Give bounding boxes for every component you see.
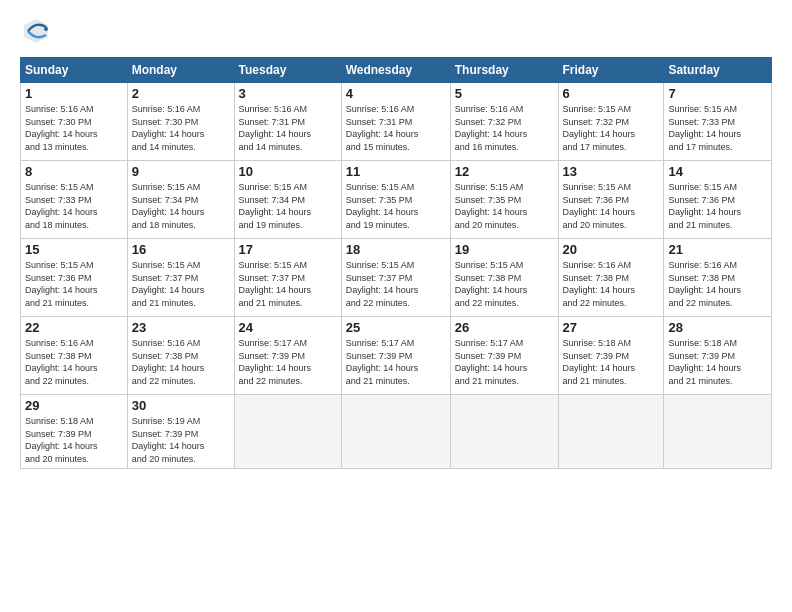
day-info: Sunrise: 5:15 AMSunset: 7:35 PMDaylight:…	[346, 181, 446, 231]
calendar-cell: 12Sunrise: 5:15 AMSunset: 7:35 PMDayligh…	[450, 161, 558, 239]
day-number: 10	[239, 164, 337, 179]
day-number: 13	[563, 164, 660, 179]
calendar-cell: 25Sunrise: 5:17 AMSunset: 7:39 PMDayligh…	[341, 317, 450, 395]
calendar-header-row: Sunday Monday Tuesday Wednesday Thursday…	[21, 58, 772, 83]
col-saturday: Saturday	[664, 58, 772, 83]
day-number: 12	[455, 164, 554, 179]
calendar-cell: 26Sunrise: 5:17 AMSunset: 7:39 PMDayligh…	[450, 317, 558, 395]
logo-icon	[20, 15, 52, 47]
day-number: 25	[346, 320, 446, 335]
day-info: Sunrise: 5:15 AMSunset: 7:36 PMDaylight:…	[563, 181, 660, 231]
col-sunday: Sunday	[21, 58, 128, 83]
col-wednesday: Wednesday	[341, 58, 450, 83]
calendar-cell: 1Sunrise: 5:16 AMSunset: 7:30 PMDaylight…	[21, 83, 128, 161]
calendar-cell: 4Sunrise: 5:16 AMSunset: 7:31 PMDaylight…	[341, 83, 450, 161]
calendar-cell: 22Sunrise: 5:16 AMSunset: 7:38 PMDayligh…	[21, 317, 128, 395]
day-info: Sunrise: 5:19 AMSunset: 7:39 PMDaylight:…	[132, 415, 230, 465]
calendar-cell: 7Sunrise: 5:15 AMSunset: 7:33 PMDaylight…	[664, 83, 772, 161]
day-number: 15	[25, 242, 123, 257]
day-info: Sunrise: 5:16 AMSunset: 7:31 PMDaylight:…	[239, 103, 337, 153]
calendar-cell: 29Sunrise: 5:18 AMSunset: 7:39 PMDayligh…	[21, 395, 128, 469]
day-info: Sunrise: 5:15 AMSunset: 7:37 PMDaylight:…	[132, 259, 230, 309]
calendar-cell: 11Sunrise: 5:15 AMSunset: 7:35 PMDayligh…	[341, 161, 450, 239]
calendar-cell: 10Sunrise: 5:15 AMSunset: 7:34 PMDayligh…	[234, 161, 341, 239]
calendar-cell: 20Sunrise: 5:16 AMSunset: 7:38 PMDayligh…	[558, 239, 664, 317]
calendar-cell: 3Sunrise: 5:16 AMSunset: 7:31 PMDaylight…	[234, 83, 341, 161]
col-monday: Monday	[127, 58, 234, 83]
day-info: Sunrise: 5:16 AMSunset: 7:38 PMDaylight:…	[563, 259, 660, 309]
day-number: 30	[132, 398, 230, 413]
day-number: 3	[239, 86, 337, 101]
day-info: Sunrise: 5:15 AMSunset: 7:32 PMDaylight:…	[563, 103, 660, 153]
calendar-cell: 19Sunrise: 5:15 AMSunset: 7:38 PMDayligh…	[450, 239, 558, 317]
calendar-cell: 2Sunrise: 5:16 AMSunset: 7:30 PMDaylight…	[127, 83, 234, 161]
calendar-cell: 8Sunrise: 5:15 AMSunset: 7:33 PMDaylight…	[21, 161, 128, 239]
day-number: 19	[455, 242, 554, 257]
calendar-cell: 16Sunrise: 5:15 AMSunset: 7:37 PMDayligh…	[127, 239, 234, 317]
day-info: Sunrise: 5:15 AMSunset: 7:35 PMDaylight:…	[455, 181, 554, 231]
day-info: Sunrise: 5:18 AMSunset: 7:39 PMDaylight:…	[563, 337, 660, 387]
day-info: Sunrise: 5:15 AMSunset: 7:37 PMDaylight:…	[346, 259, 446, 309]
day-info: Sunrise: 5:16 AMSunset: 7:38 PMDaylight:…	[668, 259, 767, 309]
day-info: Sunrise: 5:15 AMSunset: 7:37 PMDaylight:…	[239, 259, 337, 309]
calendar-cell: 30Sunrise: 5:19 AMSunset: 7:39 PMDayligh…	[127, 395, 234, 469]
calendar-cell	[450, 395, 558, 469]
day-number: 5	[455, 86, 554, 101]
calendar-cell	[234, 395, 341, 469]
day-number: 9	[132, 164, 230, 179]
day-info: Sunrise: 5:15 AMSunset: 7:36 PMDaylight:…	[668, 181, 767, 231]
day-number: 6	[563, 86, 660, 101]
day-info: Sunrise: 5:17 AMSunset: 7:39 PMDaylight:…	[346, 337, 446, 387]
day-number: 23	[132, 320, 230, 335]
day-info: Sunrise: 5:15 AMSunset: 7:33 PMDaylight:…	[25, 181, 123, 231]
day-info: Sunrise: 5:18 AMSunset: 7:39 PMDaylight:…	[668, 337, 767, 387]
calendar-cell: 23Sunrise: 5:16 AMSunset: 7:38 PMDayligh…	[127, 317, 234, 395]
calendar-table: Sunday Monday Tuesday Wednesday Thursday…	[20, 57, 772, 469]
day-info: Sunrise: 5:15 AMSunset: 7:34 PMDaylight:…	[239, 181, 337, 231]
calendar-cell: 13Sunrise: 5:15 AMSunset: 7:36 PMDayligh…	[558, 161, 664, 239]
day-number: 26	[455, 320, 554, 335]
day-info: Sunrise: 5:17 AMSunset: 7:39 PMDaylight:…	[455, 337, 554, 387]
day-number: 11	[346, 164, 446, 179]
day-number: 2	[132, 86, 230, 101]
col-thursday: Thursday	[450, 58, 558, 83]
logo	[20, 15, 54, 47]
day-number: 22	[25, 320, 123, 335]
day-number: 7	[668, 86, 767, 101]
day-number: 8	[25, 164, 123, 179]
calendar-cell	[558, 395, 664, 469]
calendar-cell	[341, 395, 450, 469]
calendar-cell: 27Sunrise: 5:18 AMSunset: 7:39 PMDayligh…	[558, 317, 664, 395]
day-info: Sunrise: 5:16 AMSunset: 7:38 PMDaylight:…	[132, 337, 230, 387]
day-number: 16	[132, 242, 230, 257]
col-friday: Friday	[558, 58, 664, 83]
day-number: 29	[25, 398, 123, 413]
day-number: 4	[346, 86, 446, 101]
day-number: 17	[239, 242, 337, 257]
day-number: 27	[563, 320, 660, 335]
day-info: Sunrise: 5:15 AMSunset: 7:38 PMDaylight:…	[455, 259, 554, 309]
page: Sunday Monday Tuesday Wednesday Thursday…	[0, 0, 792, 612]
day-number: 20	[563, 242, 660, 257]
day-info: Sunrise: 5:16 AMSunset: 7:38 PMDaylight:…	[25, 337, 123, 387]
col-tuesday: Tuesday	[234, 58, 341, 83]
day-info: Sunrise: 5:15 AMSunset: 7:36 PMDaylight:…	[25, 259, 123, 309]
calendar-cell: 9Sunrise: 5:15 AMSunset: 7:34 PMDaylight…	[127, 161, 234, 239]
day-info: Sunrise: 5:16 AMSunset: 7:32 PMDaylight:…	[455, 103, 554, 153]
calendar-cell: 5Sunrise: 5:16 AMSunset: 7:32 PMDaylight…	[450, 83, 558, 161]
calendar-cell: 6Sunrise: 5:15 AMSunset: 7:32 PMDaylight…	[558, 83, 664, 161]
day-number: 14	[668, 164, 767, 179]
day-number: 28	[668, 320, 767, 335]
day-number: 1	[25, 86, 123, 101]
calendar-cell: 24Sunrise: 5:17 AMSunset: 7:39 PMDayligh…	[234, 317, 341, 395]
day-info: Sunrise: 5:15 AMSunset: 7:33 PMDaylight:…	[668, 103, 767, 153]
calendar-cell: 28Sunrise: 5:18 AMSunset: 7:39 PMDayligh…	[664, 317, 772, 395]
day-info: Sunrise: 5:18 AMSunset: 7:39 PMDaylight:…	[25, 415, 123, 465]
day-number: 24	[239, 320, 337, 335]
calendar-cell: 18Sunrise: 5:15 AMSunset: 7:37 PMDayligh…	[341, 239, 450, 317]
calendar-cell: 17Sunrise: 5:15 AMSunset: 7:37 PMDayligh…	[234, 239, 341, 317]
day-info: Sunrise: 5:16 AMSunset: 7:30 PMDaylight:…	[25, 103, 123, 153]
calendar-cell: 21Sunrise: 5:16 AMSunset: 7:38 PMDayligh…	[664, 239, 772, 317]
day-info: Sunrise: 5:15 AMSunset: 7:34 PMDaylight:…	[132, 181, 230, 231]
day-info: Sunrise: 5:16 AMSunset: 7:31 PMDaylight:…	[346, 103, 446, 153]
